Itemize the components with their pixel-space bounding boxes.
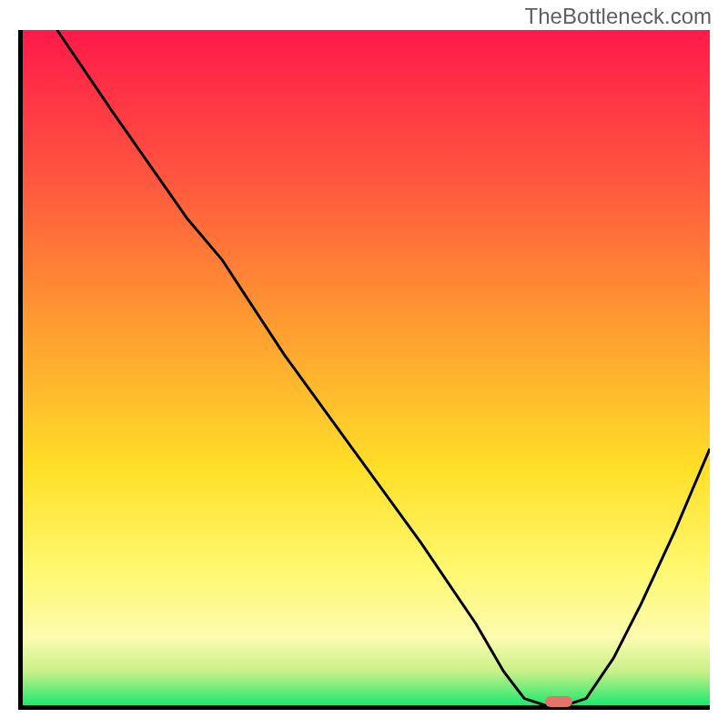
optimal-point-marker	[545, 696, 572, 707]
watermark-text: TheBottleneck.com	[525, 4, 712, 29]
chart-plot-area	[18, 30, 710, 710]
bottleneck-curve	[23, 30, 710, 705]
